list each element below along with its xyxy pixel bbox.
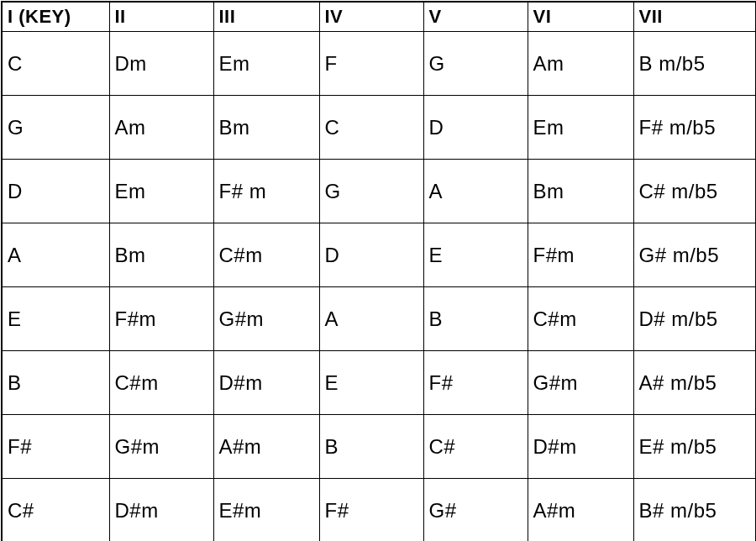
cell: G [2,96,109,160]
cell: E#m [213,479,319,542]
col-header: VII [633,2,756,32]
table-header-row: I (KEY) II III IV V VI VII [2,2,756,32]
table-row: D Em F# m G A Bm C# m/b5 [2,160,756,223]
cell: G# [423,479,528,542]
cell: C# [423,415,528,479]
cell: B [423,287,528,351]
chord-table: I (KEY) II III IV V VI VII C Dm Em F G A… [1,1,756,541]
cell: F# [423,351,528,415]
cell: G [423,32,528,96]
cell: Bm [213,96,319,160]
cell: A [423,160,528,223]
table-row: G Am Bm C D Em F# m/b5 [2,96,756,160]
cell: B [319,415,423,479]
cell: Dm [109,32,213,96]
cell: Am [528,32,633,96]
cell: B [2,351,109,415]
cell: A#m [528,479,633,542]
table-row: C# D#m E#m F# G# A#m B# m/b5 [2,479,756,542]
cell: E# m/b5 [633,415,756,479]
cell: G [319,160,423,223]
table-row: A Bm C#m D E F#m G# m/b5 [2,223,756,287]
cell: Bm [109,223,213,287]
cell: Em [213,32,319,96]
cell: D [2,160,109,223]
cell: A [2,223,109,287]
cell: D#m [213,351,319,415]
cell: D#m [528,415,633,479]
col-header: III [213,2,319,32]
cell: E [319,351,423,415]
cell: G# m/b5 [633,223,756,287]
table-row: B C#m D#m E F# G#m A# m/b5 [2,351,756,415]
cell: D [423,96,528,160]
cell: Em [528,96,633,160]
cell: C#m [109,351,213,415]
cell: A#m [213,415,319,479]
table-row: E F#m G#m A B C#m D# m/b5 [2,287,756,351]
cell: Am [109,96,213,160]
cell: D#m [109,479,213,542]
cell: C#m [213,223,319,287]
cell: C# m/b5 [633,160,756,223]
cell: C [319,96,423,160]
cell: C# [2,479,109,542]
cell: A# m/b5 [633,351,756,415]
cell: Bm [528,160,633,223]
cell: G#m [528,351,633,415]
cell: B# m/b5 [633,479,756,542]
col-header: V [423,2,528,32]
cell: F#m [109,287,213,351]
cell: C [2,32,109,96]
cell: D [319,223,423,287]
table-row: C Dm Em F G Am B m/b5 [2,32,756,96]
cell: D# m/b5 [633,287,756,351]
col-header: I (KEY) [2,2,109,32]
cell: G#m [213,287,319,351]
cell: E [2,287,109,351]
cell: G#m [109,415,213,479]
cell: F# [2,415,109,479]
col-header: VI [528,2,633,32]
col-header: II [109,2,213,32]
table-row: F# G#m A#m B C# D#m E# m/b5 [2,415,756,479]
col-header: IV [319,2,423,32]
cell: F# m/b5 [633,96,756,160]
cell: F [319,32,423,96]
cell: B m/b5 [633,32,756,96]
cell: F# m [213,160,319,223]
cell: F#m [528,223,633,287]
cell: A [319,287,423,351]
cell: C#m [528,287,633,351]
cell: F# [319,479,423,542]
cell: E [423,223,528,287]
cell: Em [109,160,213,223]
